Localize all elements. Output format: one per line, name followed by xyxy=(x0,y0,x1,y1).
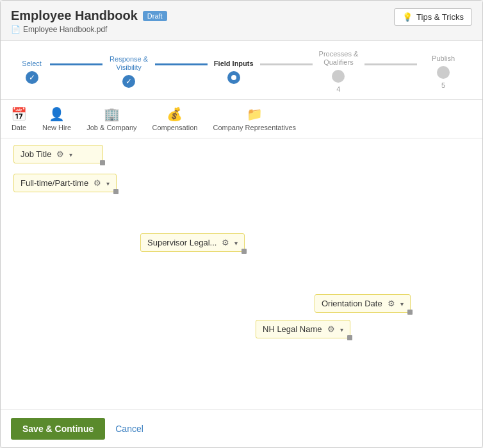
field-orientation-date[interactable]: Orientation Date ⚙ xyxy=(315,294,411,313)
compensation-icon: 💰 xyxy=(167,106,183,122)
main-window: Employee Handbook Draft 📄 Employee Handb… xyxy=(0,0,483,448)
field-supervisor-legal-label: Supervisor Legal... xyxy=(147,238,217,247)
connector-1 xyxy=(50,63,102,65)
footer: Save & Continue Cancel xyxy=(1,410,482,447)
connector-2 xyxy=(155,63,208,65)
toolbar-new-hire[interactable]: 👤 New Hire xyxy=(42,106,71,131)
gear-dot-nh-legal-name[interactable] xyxy=(340,324,343,334)
step-visibility-dot xyxy=(122,75,135,88)
date-label: Date xyxy=(12,124,26,131)
step-visibility[interactable]: Response & Visibility xyxy=(102,55,155,88)
stepper: Select Response & Visibility Field Input… xyxy=(1,41,482,100)
header-title-row: Employee Handbook Draft xyxy=(11,8,167,23)
toolbar-date[interactable]: 📅 Date xyxy=(11,106,27,131)
step-publish[interactable]: Publish 5 xyxy=(417,54,470,89)
page-title: Employee Handbook xyxy=(11,8,138,23)
gear-dot-job-title[interactable] xyxy=(69,149,72,159)
connector-4 xyxy=(364,63,417,65)
toolbar-job-company[interactable]: 🏢 Job & Company xyxy=(86,106,136,131)
field-nh-legal-name[interactable]: NH Legal Name ⚙ xyxy=(256,320,350,338)
company-reps-icon: 📁 xyxy=(247,106,263,122)
toolbar-company-reps[interactable]: 📁 Company Representatives xyxy=(213,106,296,131)
step-select-dot xyxy=(26,71,38,84)
step-processes[interactable]: Processes & Qualifiers 4 xyxy=(313,50,365,93)
gear-dot-full-part-time[interactable] xyxy=(106,178,110,188)
field-supervisor-legal[interactable]: Supervisor Legal... ⚙ xyxy=(140,233,245,252)
tips-icon: 💡 xyxy=(402,12,413,22)
field-orientation-date-label: Orientation Date xyxy=(322,299,382,308)
step-field-inputs-label: Field Inputs xyxy=(214,60,254,68)
new-hire-label: New Hire xyxy=(42,124,71,131)
gear-icon-orientation-date[interactable]: ⚙ xyxy=(388,299,395,308)
step-publish-dot xyxy=(437,66,450,79)
toolbar: 📅 Date 👤 New Hire 🏢 Job & Company 💰 Comp… xyxy=(1,100,482,138)
company-reps-label: Company Representatives xyxy=(213,124,296,131)
step-processes-num: 4 xyxy=(336,85,340,93)
step-field-inputs[interactable]: Field Inputs xyxy=(208,60,260,84)
main-content: Job Title ⚙ Full-time/Part-time ⚙ Superv… xyxy=(1,138,482,410)
gear-icon-supervisor-legal[interactable]: ⚙ xyxy=(222,238,229,247)
steps-row: Select Response & Visibility Field Input… xyxy=(13,50,470,93)
field-job-title[interactable]: Job Title ⚙ xyxy=(13,145,103,163)
step-publish-num: 5 xyxy=(441,81,445,89)
cancel-button[interactable]: Cancel xyxy=(115,424,143,434)
field-full-part-time[interactable]: Full-time/Part-time ⚙ xyxy=(13,174,117,192)
save-continue-button[interactable]: Save & Continue xyxy=(11,418,105,440)
job-company-label: Job & Company xyxy=(86,124,136,131)
field-nh-legal-name-label: NH Legal Name xyxy=(263,324,322,334)
job-company-icon: 🏢 xyxy=(104,106,120,122)
compensation-label: Compensation xyxy=(152,124,198,131)
gear-icon-full-part-time[interactable]: ⚙ xyxy=(94,178,101,188)
gear-icon-nh-legal-name[interactable]: ⚙ xyxy=(327,324,335,334)
step-publish-label: Publish xyxy=(432,54,455,63)
date-icon: 📅 xyxy=(11,106,27,122)
gear-icon-job-title[interactable]: ⚙ xyxy=(56,149,64,159)
file-name: Employee Handbook.pdf xyxy=(23,25,107,34)
step-processes-dot xyxy=(332,70,345,83)
step-select[interactable]: Select xyxy=(13,60,50,84)
step-select-label: Select xyxy=(22,60,42,68)
connector-3 xyxy=(260,63,313,65)
toolbar-compensation[interactable]: 💰 Compensation xyxy=(152,106,198,131)
step-field-inputs-dot xyxy=(227,71,240,84)
field-full-part-time-label: Full-time/Part-time xyxy=(20,178,88,188)
header: Employee Handbook Draft 📄 Employee Handb… xyxy=(1,1,482,41)
new-hire-icon: 👤 xyxy=(49,106,65,122)
field-job-title-label: Job Title xyxy=(20,149,51,159)
step-processes-label: Processes & Qualifiers xyxy=(319,50,359,67)
header-left: Employee Handbook Draft 📄 Employee Handb… xyxy=(11,8,167,34)
step-visibility-label: Response & Visibility xyxy=(110,55,148,72)
tips-tricks-button[interactable]: 💡 Tips & Tricks xyxy=(394,8,472,26)
draft-badge: Draft xyxy=(143,11,167,21)
document-icon: 📄 xyxy=(11,25,20,34)
header-subtitle: 📄 Employee Handbook.pdf xyxy=(11,25,167,34)
gear-dot-orientation-date[interactable] xyxy=(400,299,404,308)
gear-dot-supervisor-legal[interactable] xyxy=(234,238,238,247)
tips-label: Tips & Tricks xyxy=(416,12,464,22)
